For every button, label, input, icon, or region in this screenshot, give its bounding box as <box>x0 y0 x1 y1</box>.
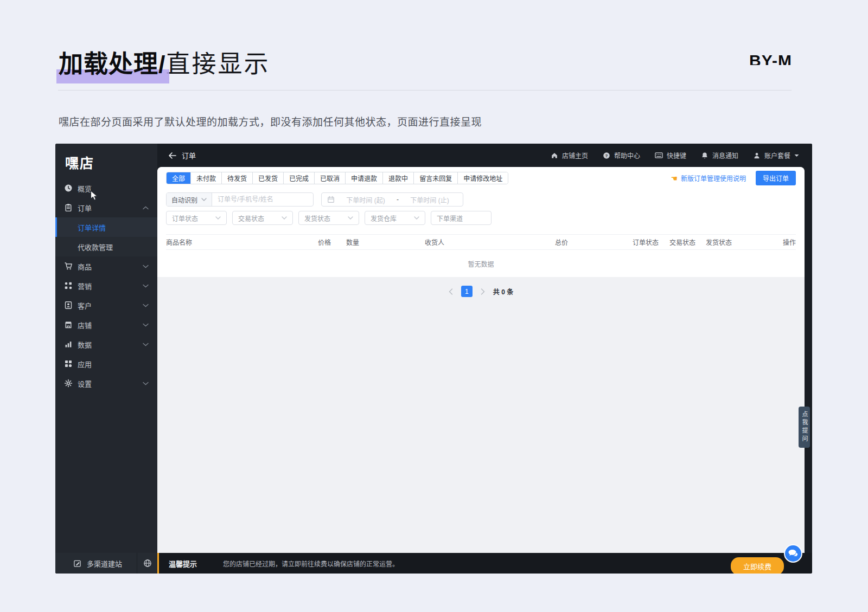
chevron-down-icon <box>143 323 149 327</box>
sidebar-item-label: 设置 <box>78 378 92 389</box>
edit-site-icon <box>73 559 81 568</box>
chevron-down-icon <box>348 216 353 220</box>
topbar-link-label: 账户套餐 <box>764 151 790 160</box>
tab-refunding[interactable]: 退款中 <box>382 172 413 184</box>
tab-unreplied-messages[interactable]: 留言未回复 <box>413 172 457 184</box>
tab-cancelled[interactable]: 已取消 <box>314 172 345 184</box>
order-status-select[interactable]: 订单状态 <box>166 211 227 225</box>
tab-to-ship[interactable]: 待发货 <box>221 172 252 184</box>
prev-page-button[interactable] <box>449 288 453 295</box>
gear-icon <box>64 379 73 388</box>
orders-card: 全部 未付款 待发货 已发货 已完成 已取消 申请退款 退款中 留言未回复 申请… <box>157 167 805 277</box>
sidebar-item-data[interactable]: 数据 <box>55 334 157 354</box>
table-header-row: 商品名称 价格 数量 收货人 总价 订单状态 交易状态 发货状态 操作 <box>166 235 796 250</box>
multichannel-site-label: 多渠道建站 <box>87 558 122 569</box>
svg-text:?: ? <box>605 153 608 158</box>
sidebar-item-label: 营销 <box>78 281 92 291</box>
chat-support-button[interactable] <box>784 544 802 563</box>
renew-now-button[interactable]: 立即续费 <box>731 557 784 574</box>
chevron-down-icon <box>143 284 149 288</box>
sidebar-item-customers[interactable]: 客户 <box>55 295 157 315</box>
user-icon <box>753 152 761 159</box>
topbar-link-notifications[interactable]: 消息通知 <box>701 151 738 160</box>
warehouse-select[interactable]: 发货仓库 <box>365 211 425 225</box>
notice-title: 温馨提示 <box>169 558 197 569</box>
bell-icon <box>701 152 709 159</box>
page-title-highlight: 加载处理/ <box>59 50 166 78</box>
col-total: 总价 <box>555 237 633 247</box>
col-trade-status: 交易状态 <box>669 237 706 247</box>
order-date-range-picker[interactable]: 下单时间 (起) - 下单时间 (止) <box>321 192 463 207</box>
back-button[interactable]: 订单 <box>168 150 196 160</box>
next-page-button[interactable] <box>481 288 485 295</box>
sidebar-item-label: 订单 <box>78 203 92 213</box>
sidebar-item-apps[interactable]: 应用 <box>55 354 157 373</box>
topbar-link-help-center[interactable]: ? 帮助中心 <box>603 151 640 160</box>
ask-me-floating-tab[interactable]: 点我提问 <box>799 407 810 448</box>
admin-window: 嘿店 概览 订单 订单详情 代收款管理 商品 <box>55 144 812 574</box>
search-type-select[interactable]: 自动识别 <box>167 193 212 206</box>
tab-refund-requested[interactable]: 申请退款 <box>345 172 382 184</box>
topbar-link-account-plan[interactable]: 账户套餐 <box>753 151 799 160</box>
marketing-icon <box>64 281 73 290</box>
select-placeholder: 发货仓库 <box>371 214 414 223</box>
sidebar-item-overview[interactable]: 概览 <box>55 178 157 198</box>
sidebar-item-orders[interactable]: 订单 <box>55 198 157 217</box>
pagination: 1 共 0 条 <box>157 286 805 297</box>
order-channel-input[interactable]: 下单渠道 <box>431 211 492 225</box>
sidebar-subitem-order-detail[interactable]: 订单详情 <box>55 217 157 237</box>
sidebar-item-label: 应用 <box>78 359 92 369</box>
date-separator: - <box>397 196 399 203</box>
sidebar-item-products[interactable]: 商品 <box>55 256 157 276</box>
export-orders-button[interactable]: 导出订单 <box>756 171 796 185</box>
topbar-link-label: 快捷键 <box>667 151 686 160</box>
order-search-input[interactable] <box>212 196 313 203</box>
select-placeholder: 交易状态 <box>238 214 282 223</box>
tab-shipped[interactable]: 已发货 <box>252 172 283 184</box>
topbar-link-label: 消息通知 <box>712 151 738 160</box>
language-globe-button[interactable] <box>137 553 157 574</box>
tab-unpaid[interactable]: 未付款 <box>190 172 221 184</box>
multichannel-site-button[interactable]: 多渠道建站 <box>55 553 137 574</box>
col-product-name: 商品名称 <box>166 237 318 247</box>
topbar-link-label: 帮助中心 <box>614 151 640 160</box>
overview-icon <box>64 184 73 192</box>
topbar-link-label: 店铺主页 <box>562 151 588 160</box>
chat-bubbles-icon <box>788 549 799 558</box>
tab-completed[interactable]: 已完成 <box>283 172 314 184</box>
date-end-placeholder: 下单时间 (止) <box>402 195 457 204</box>
caret-down-icon <box>794 154 799 157</box>
main-area: 订单 店铺主页 ? 帮助中心 快捷键 <box>157 144 812 553</box>
chart-icon <box>64 340 73 349</box>
col-order-status: 订单状态 <box>633 237 669 247</box>
chevron-down-icon <box>282 216 287 220</box>
col-quantity: 数量 <box>346 237 425 247</box>
topbar-link-shortcuts[interactable]: 快捷键 <box>655 151 686 160</box>
page-crumb: 订单 <box>182 150 196 160</box>
col-actions: 操作 <box>756 237 796 247</box>
orders-table: 商品名称 价格 数量 收货人 总价 订单状态 交易状态 发货状态 操作 暂无数据 <box>166 234 796 277</box>
mouse-cursor <box>90 190 98 201</box>
tab-all[interactable]: 全部 <box>167 172 190 184</box>
customer-icon <box>64 301 73 310</box>
search-type-value: 自动识别 <box>171 195 197 204</box>
empty-state: 暂无数据 <box>166 250 796 277</box>
tab-address-change[interactable]: 申请修改地址 <box>457 172 508 184</box>
order-search-combo: 自动识别 <box>166 192 314 207</box>
date-start-placeholder: 下单时间 (起) <box>338 195 393 204</box>
shipping-status-select[interactable]: 发货状态 <box>298 211 359 225</box>
globe-icon <box>143 559 152 568</box>
topbar-link-shop-home[interactable]: 店铺主页 <box>551 151 588 160</box>
topbar-links: 店铺主页 ? 帮助中心 快捷键 消息通知 <box>551 151 799 160</box>
sidebar-item-shop[interactable]: 店铺 <box>55 315 157 334</box>
chevron-down-icon <box>143 304 149 307</box>
sidebar-menu: 概览 订单 订单详情 代收款管理 商品 营销 <box>55 178 157 393</box>
new-order-guide-link[interactable]: ☚ 新版订单管理使用说明 <box>671 173 746 183</box>
sidebar-subitem-collection-management[interactable]: 代收款管理 <box>55 237 157 256</box>
chevron-down-icon <box>143 382 149 385</box>
page-number[interactable]: 1 <box>461 286 473 297</box>
sidebar-item-marketing[interactable]: 营销 <box>55 276 157 295</box>
apps-icon <box>64 359 73 368</box>
trade-status-select[interactable]: 交易状态 <box>232 211 293 225</box>
sidebar-item-settings[interactable]: 设置 <box>55 373 157 393</box>
